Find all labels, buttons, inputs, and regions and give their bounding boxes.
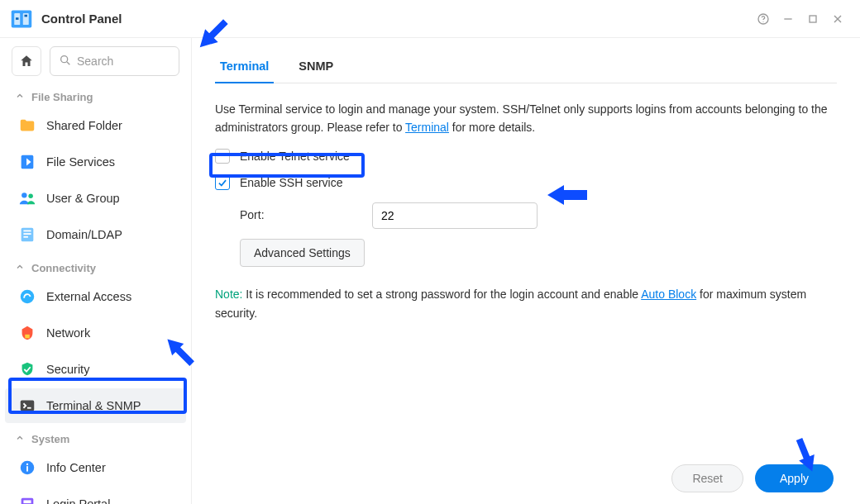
- section-label: File Sharing: [31, 91, 93, 103]
- tab-terminal[interactable]: Terminal: [215, 53, 274, 83]
- svg-point-27: [26, 464, 28, 465]
- section-label: System: [31, 433, 69, 445]
- external-access-icon: [18, 288, 36, 306]
- sidebar-item-terminal-snmp[interactable]: Terminal & SNMP: [5, 388, 186, 423]
- minimize-button[interactable]: [776, 7, 800, 31]
- sidebar-item-user-group[interactable]: User & Group: [5, 181, 186, 216]
- sidebar-item-label: Login Portal: [46, 497, 110, 504]
- sidebar-item-security[interactable]: Security: [5, 352, 186, 387]
- svg-rect-23: [21, 401, 35, 411]
- close-button[interactable]: [825, 7, 850, 31]
- tab-snmp[interactable]: SNMP: [294, 53, 338, 83]
- svg-rect-18: [23, 231, 31, 232]
- tab-content: Use Terminal service to login and manage…: [215, 83, 837, 453]
- sidebar-item-label: Network: [46, 326, 90, 340]
- main-panel: Terminal SNMP Use Terminal service to lo…: [192, 38, 860, 504]
- help-button[interactable]: [751, 7, 776, 31]
- sidebar-item-label: User & Group: [46, 192, 120, 205]
- sidebar-item-label: Security: [46, 363, 89, 376]
- sidebar-item-domain-ldap[interactable]: Domain/LDAP: [5, 217, 186, 252]
- domain-ldap-icon: [18, 226, 36, 244]
- window-title: Control Panel: [41, 12, 122, 26]
- section-file-sharing[interactable]: File Sharing: [0, 83, 191, 107]
- home-button[interactable]: [12, 46, 41, 76]
- tabs: Terminal SNMP: [215, 53, 837, 83]
- network-icon: [18, 324, 36, 342]
- svg-rect-29: [23, 500, 31, 503]
- chevron-up-icon: [15, 262, 25, 274]
- sidebar-item-label: File Services: [46, 155, 115, 169]
- sidebar-item-external-access[interactable]: External Access: [5, 279, 186, 314]
- description-text: Use Terminal service to login and manage…: [215, 100, 837, 137]
- svg-point-15: [22, 193, 26, 197]
- svg-point-11: [61, 55, 68, 62]
- sidebar-item-network[interactable]: Network: [5, 316, 186, 350]
- sidebar-item-login-portal[interactable]: Login Portal: [5, 487, 186, 504]
- port-input[interactable]: [372, 202, 538, 229]
- terminal-icon: [18, 397, 36, 415]
- sidebar-item-shared-folder[interactable]: Shared Folder: [5, 108, 186, 143]
- footer: Reset Apply: [215, 453, 837, 504]
- sidebar-item-label: Info Center: [46, 461, 106, 474]
- sidebar-item-label: Domain/LDAP: [46, 228, 122, 241]
- svg-rect-26: [26, 466, 28, 471]
- enable-telnet-checkbox[interactable]: [215, 149, 230, 164]
- advanced-settings-button[interactable]: Advanced Settings: [240, 239, 365, 267]
- svg-point-6: [762, 21, 763, 21]
- search-input[interactable]: [50, 46, 179, 76]
- maximize-button[interactable]: [800, 7, 825, 31]
- svg-line-12: [67, 62, 69, 64]
- section-system[interactable]: System: [0, 425, 191, 449]
- info-icon: [18, 459, 36, 477]
- terminal-help-link[interactable]: Terminal: [405, 121, 449, 134]
- user-group-icon: [18, 189, 36, 207]
- svg-rect-20: [23, 236, 28, 238]
- svg-point-21: [21, 290, 35, 304]
- titlebar: Control Panel: [0, 0, 860, 38]
- sidebar-item-info-center[interactable]: Info Center: [5, 450, 186, 485]
- svg-rect-7: [784, 18, 791, 19]
- svg-rect-19: [23, 233, 31, 235]
- svg-rect-8: [810, 16, 816, 22]
- section-connectivity[interactable]: Connectivity: [0, 254, 191, 278]
- section-label: Connectivity: [31, 262, 96, 274]
- search-icon: [59, 54, 77, 69]
- apply-button[interactable]: Apply: [755, 464, 834, 492]
- control-panel-icon: [10, 7, 33, 31]
- shield-icon: [18, 360, 36, 378]
- sidebar-item-file-services[interactable]: File Services: [5, 145, 186, 179]
- enable-telnet-label[interactable]: Enable Telnet service: [240, 147, 350, 165]
- sidebar-item-label: Terminal & SNMP: [46, 399, 141, 412]
- auto-block-link[interactable]: Auto Block: [641, 288, 696, 301]
- svg-rect-3: [16, 17, 19, 20]
- search-field[interactable]: [77, 55, 170, 68]
- reset-button[interactable]: Reset: [671, 464, 743, 492]
- port-label: Port:: [240, 206, 372, 224]
- sidebar-item-label: Shared Folder: [46, 119, 122, 132]
- note-text: Note: It is recommended to set a strong …: [215, 285, 837, 325]
- sidebar-item-label: External Access: [46, 290, 131, 303]
- login-portal-icon: [18, 495, 36, 504]
- svg-rect-4: [25, 14, 28, 17]
- enable-ssh-label[interactable]: Enable SSH service: [240, 174, 343, 192]
- svg-rect-22: [25, 335, 30, 339]
- chevron-up-icon: [15, 91, 25, 103]
- folder-icon: [18, 116, 36, 135]
- chevron-up-icon: [15, 433, 25, 445]
- enable-ssh-checkbox[interactable]: [215, 175, 230, 190]
- sidebar: File Sharing Shared Folder File Services…: [0, 38, 192, 504]
- svg-point-16: [28, 194, 33, 199]
- file-services-icon: [18, 153, 36, 171]
